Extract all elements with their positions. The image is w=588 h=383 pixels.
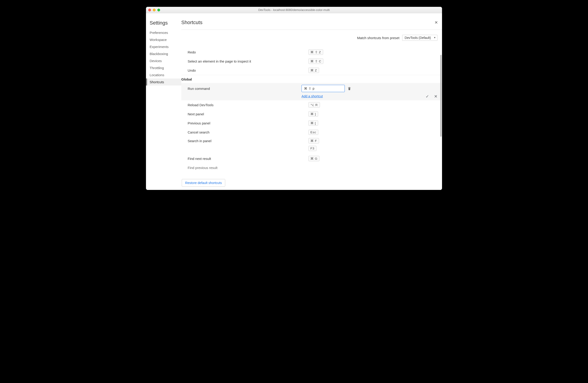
zoom-window-button[interactable] bbox=[157, 9, 160, 11]
preset-select[interactable]: DevTools (Default) bbox=[402, 35, 438, 41]
traffic-lights bbox=[148, 9, 160, 11]
shortcut-key: ⌘ ⇧ Z bbox=[308, 49, 323, 55]
shortcut-key: ⌘ ⇧ C bbox=[308, 58, 323, 64]
sidebar-item-devices[interactable]: Devices bbox=[146, 57, 181, 64]
restore-defaults-button[interactable]: Restore default shortcuts bbox=[182, 179, 225, 187]
shortcut-row[interactable]: Previous panel ⌘ [ bbox=[181, 118, 442, 128]
cancel-icon[interactable]: ✕ bbox=[434, 94, 438, 99]
page-title: Shortcuts bbox=[181, 19, 202, 25]
minimize-window-button[interactable] bbox=[153, 9, 156, 11]
shortcut-row[interactable]: Find previous result bbox=[181, 163, 442, 172]
content: Settings Preferences Workspace Experimen… bbox=[146, 13, 442, 190]
shortcut-label: Find next result bbox=[188, 157, 306, 161]
sidebar-item-preferences[interactable]: Preferences bbox=[146, 29, 181, 36]
add-shortcut-link[interactable]: Add a shortcut bbox=[301, 94, 323, 98]
shortcut-label: Search in panel bbox=[188, 137, 306, 143]
shortcut-key: ⌘ [ bbox=[308, 120, 318, 126]
shortcut-edit-input[interactable] bbox=[301, 85, 345, 92]
shortcut-row[interactable]: Search in panel ⌘ F F3 bbox=[181, 137, 442, 154]
shortcut-key: ⌘ Z bbox=[308, 68, 319, 73]
sidebar-item-experiments[interactable]: Experiments bbox=[146, 43, 181, 50]
shortcut-label: Cancel search bbox=[188, 130, 306, 134]
close-window-button[interactable] bbox=[148, 9, 151, 11]
shortcut-key: Esc bbox=[308, 130, 318, 135]
shortcut-key: ⌥ R bbox=[308, 102, 320, 108]
sidebar-item-workspace[interactable]: Workspace bbox=[146, 36, 181, 43]
preset-label: Match shortcuts from preset bbox=[357, 36, 399, 40]
shortcut-label: Find previous result bbox=[188, 166, 306, 170]
preset-select-value: DevTools (Default) bbox=[405, 36, 431, 39]
shortcut-label: Select an element in the page to inspect… bbox=[188, 59, 306, 63]
sidebar-item-throttling[interactable]: Throttling bbox=[146, 64, 181, 71]
sidebar-item-blackboxing[interactable]: Blackboxing bbox=[146, 50, 181, 57]
shortcut-label: Undo bbox=[188, 68, 306, 72]
scrollbar[interactable] bbox=[440, 55, 441, 137]
shortcut-label: Run command bbox=[188, 85, 299, 91]
sidebar-item-locations[interactable]: Locations bbox=[146, 71, 181, 78]
main-header: Shortcuts ✕ bbox=[181, 13, 442, 30]
shortcut-label: Redo bbox=[188, 50, 306, 54]
app-window: DevTools - localhost:8080/demo/accessibl… bbox=[146, 7, 442, 190]
sidebar-title: Settings bbox=[146, 18, 181, 29]
shortcut-row[interactable]: Cancel search Esc bbox=[181, 128, 442, 137]
shortcut-key: ⌘ F bbox=[308, 138, 319, 144]
shortcut-row-editing: Run command Add a shortcut ✓ bbox=[181, 83, 442, 100]
titlebar: DevTools - localhost:8080/demo/accessibl… bbox=[146, 7, 442, 13]
shortcut-label: Previous panel bbox=[188, 121, 306, 125]
shortcut-key: ⌘ G bbox=[308, 156, 319, 161]
shortcut-row[interactable]: Reload DevTools ⌥ R bbox=[181, 100, 442, 109]
section-heading-global: Global bbox=[181, 75, 442, 83]
shortcut-key: ⌘ ] bbox=[308, 111, 318, 117]
shortcut-scroll-area: Match shortcuts from preset DevTools (De… bbox=[181, 30, 442, 190]
main-panel: Shortcuts ✕ Match shortcuts from preset … bbox=[181, 13, 442, 190]
shortcut-row[interactable]: Undo ⌘ Z bbox=[181, 66, 442, 75]
shortcut-label: Reload DevTools bbox=[188, 103, 306, 107]
trash-icon[interactable] bbox=[348, 86, 351, 91]
shortcut-label: Next panel bbox=[188, 112, 306, 116]
close-icon[interactable]: ✕ bbox=[433, 20, 439, 25]
shortcut-key: F3 bbox=[308, 146, 316, 151]
shortcut-row[interactable]: Find next result ⌘ G bbox=[181, 154, 442, 163]
preset-row: Match shortcuts from preset DevTools (De… bbox=[181, 30, 442, 48]
sidebar: Settings Preferences Workspace Experimen… bbox=[146, 13, 181, 190]
shortcut-row[interactable]: Select an element in the page to inspect… bbox=[181, 57, 442, 66]
confirm-icon[interactable]: ✓ bbox=[426, 94, 429, 99]
sidebar-item-shortcuts[interactable]: Shortcuts bbox=[146, 78, 181, 86]
window-title: DevTools - localhost:8080/demo/accessibl… bbox=[146, 8, 442, 12]
shortcut-row[interactable]: Redo ⌘ ⇧ Z bbox=[181, 48, 442, 57]
shortcut-row[interactable]: Next panel ⌘ ] bbox=[181, 109, 442, 118]
